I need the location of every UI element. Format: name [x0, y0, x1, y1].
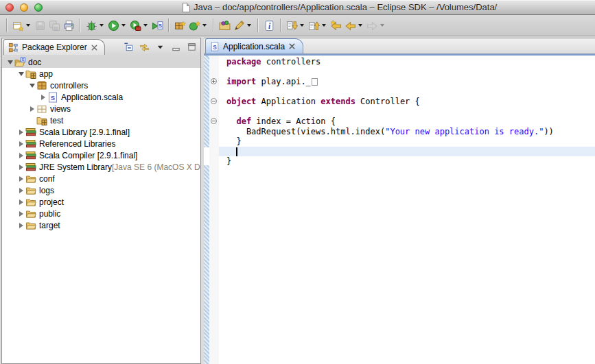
tree-item-controllers[interactable]: controllers	[2, 80, 200, 91]
tree-closed-arrow-icon[interactable]	[17, 130, 25, 135]
tree-closed-arrow-icon[interactable]	[39, 95, 47, 100]
code-token: }	[226, 136, 242, 146]
tree-closed-arrow-icon[interactable]	[17, 199, 25, 205]
code-line-4[interactable]	[219, 87, 595, 97]
traffic-lights	[5, 3, 43, 12]
tab-application-scala[interactable]: S Application.scala	[205, 38, 303, 53]
tree-closed-arrow-icon[interactable]	[17, 153, 25, 158]
tree-item-jre-system-library[interactable]: JRE System Library [Java SE 6 (MacOS X D…	[2, 161, 200, 173]
dropdown-arrow-icon[interactable]	[380, 24, 384, 27]
run-external-tools-button[interactable]	[128, 19, 150, 33]
code-line-3[interactable]: import play.api._	[219, 77, 595, 87]
tree-item-application-scala[interactable]: SApplication.scala	[2, 91, 200, 103]
code-line-6[interactable]	[219, 107, 595, 117]
title-bar[interactable]: Java – doc/app/controllers/Application.s…	[0, 0, 595, 15]
debug-button[interactable]	[84, 19, 106, 33]
code-line-1[interactable]: package controllers	[219, 57, 595, 67]
code-editor[interactable]: package controllersimport play.api._obje…	[204, 56, 595, 364]
code-token: play.api._	[256, 77, 310, 86]
code-line-2[interactable]	[219, 67, 595, 77]
string-token: "Your new application is ready."	[385, 127, 544, 136]
new-wizard-button[interactable]	[11, 19, 33, 33]
search-button[interactable]	[232, 19, 254, 33]
tree-item-project[interactable]: project	[2, 196, 200, 208]
code-line-7[interactable]: def index = Action {	[219, 117, 595, 127]
code-line-5[interactable]: object Application extends Controller {	[219, 97, 595, 107]
previous-annotation-button[interactable]	[307, 19, 329, 33]
tree-closed-arrow-icon[interactable]	[17, 176, 25, 182]
tree-item-logs[interactable]: logs	[2, 184, 200, 196]
dropdown-arrow-icon[interactable]	[143, 24, 148, 27]
tree-item-app[interactable]: app	[2, 68, 200, 80]
folding-margin[interactable]	[209, 56, 219, 364]
dropdown-arrow-icon[interactable]	[300, 24, 304, 27]
tree-closed-arrow-icon[interactable]	[17, 141, 25, 147]
link-with-editor-button[interactable]	[138, 41, 150, 53]
tree-open-arrow-icon[interactable]	[17, 72, 25, 76]
run-icon	[108, 20, 119, 32]
tree-closed-arrow-icon[interactable]	[28, 106, 36, 112]
tree-open-arrow-icon[interactable]	[28, 84, 36, 88]
dropdown-arrow-icon[interactable]	[358, 24, 362, 27]
tree-item-label: JRE System Library	[39, 162, 112, 172]
open-type-button[interactable]	[218, 19, 232, 33]
tree-item-target[interactable]: target	[2, 219, 200, 231]
tree-closed-arrow-icon[interactable]	[17, 211, 25, 217]
tree-item-public[interactable]: public	[2, 208, 200, 219]
javadoc-info-icon: i	[264, 20, 275, 32]
keyword-token: import	[226, 77, 256, 86]
tree-item-doc[interactable]: Sdoc	[2, 56, 200, 68]
last-edit-location-button[interactable]	[329, 19, 343, 33]
dropdown-arrow-icon[interactable]	[202, 24, 207, 27]
collapse-all-button[interactable]	[122, 41, 135, 53]
tree-item-label: Scala Library [2.9.1.final]	[39, 128, 130, 137]
code-text[interactable]: package controllersimport play.api._obje…	[219, 57, 595, 167]
run-button[interactable]	[106, 19, 128, 33]
print-button[interactable]	[62, 19, 76, 33]
code-line-11[interactable]: }	[219, 156, 595, 167]
run-scala-application-button[interactable]: S	[150, 19, 165, 33]
code-line-8[interactable]: BadRequest(views.html.index("Your new ap…	[219, 127, 595, 137]
tree-closed-arrow-icon[interactable]	[17, 165, 25, 170]
code-line-9[interactable]: }	[219, 136, 595, 147]
back-icon	[345, 20, 356, 32]
javadoc-info-button[interactable]: i	[262, 19, 277, 33]
close-editor-tab-icon[interactable]	[288, 43, 296, 50]
dropdown-arrow-icon[interactable]	[100, 24, 104, 27]
minimize-window-button[interactable]	[20, 3, 28, 12]
tree-item-scala-compiler-2-9-1-final[interactable]: Scala Compiler [2.9.1.final]	[2, 149, 200, 161]
fold-expand-icon[interactable]	[211, 78, 217, 84]
code-token: ))	[544, 127, 553, 136]
dropdown-arrow-icon[interactable]	[322, 24, 326, 27]
annotation-ruler[interactable]	[204, 56, 209, 364]
tree-item-referenced-libraries[interactable]: Referenced Libraries	[2, 138, 200, 149]
zoom-window-button[interactable]	[34, 3, 43, 12]
close-window-button[interactable]	[5, 3, 14, 12]
new-scala-package-button[interactable]	[173, 19, 187, 33]
tree-item-conf[interactable]: conf	[2, 173, 200, 184]
back-button[interactable]	[343, 19, 365, 33]
close-view-icon[interactable]	[91, 44, 98, 51]
tab-package-explorer[interactable]: Package Explorer	[3, 39, 105, 55]
dropdown-arrow-icon[interactable]	[121, 24, 126, 27]
code-line-10[interactable]	[219, 147, 595, 157]
new-scala-class-button[interactable]	[187, 19, 209, 33]
tree-item-scala-library-2-9-1-final[interactable]: Scala Library [2.9.1.final]	[2, 126, 200, 138]
collapsed-region-icon[interactable]	[312, 78, 318, 86]
tree-closed-arrow-icon[interactable]	[17, 188, 25, 193]
tree-item-test[interactable]: test	[2, 114, 200, 126]
tree-open-arrow-icon[interactable]	[6, 60, 14, 64]
fold-collapse-icon[interactable]	[211, 98, 217, 104]
range-indicator	[204, 56, 209, 147]
tree-item-views[interactable]: views	[2, 103, 200, 114]
next-annotation-button[interactable]	[285, 19, 307, 33]
dropdown-arrow-icon[interactable]	[26, 24, 30, 27]
fold-collapse-icon[interactable]	[211, 118, 217, 124]
collapse-all-icon	[124, 42, 134, 52]
tree-closed-arrow-icon[interactable]	[17, 223, 25, 228]
view-menu-button[interactable]	[154, 41, 166, 53]
tree-item-label: app	[39, 69, 53, 79]
dropdown-arrow-icon[interactable]	[247, 24, 251, 27]
maximize-button[interactable]	[185, 41, 198, 53]
minimize-button[interactable]	[170, 41, 182, 53]
